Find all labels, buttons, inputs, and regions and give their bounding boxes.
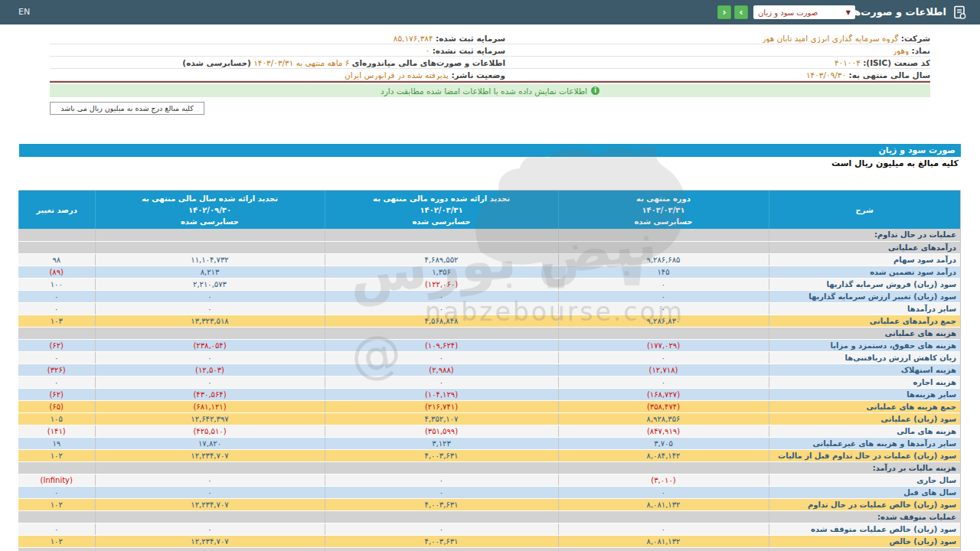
financial-report-icon (952, 5, 966, 19)
restated-year-cell (95, 547, 325, 551)
language-switch-link[interactable]: EN (18, 7, 30, 17)
field-value: ۶ ماهه منتهی به ۱۴۰۳/۰۳/۳۱ (253, 58, 349, 67)
current-period-cell: ۸,۹۲۸,۳۵۶ (558, 412, 769, 425)
table-row: درآمد سود سهام۹,۲۸۶,۶۸۵۴,۶۸۹,۵۵۲۱۱,۱۰۴,۷… (18, 253, 960, 266)
restated-year-cell (95, 461, 325, 474)
top-navbar: اطلاعات و صورت‌های مالی میاندوره‌ای ▼ صو… (0, 0, 980, 24)
table-row: هزینه اجاره۰۰۰۰ (18, 376, 960, 388)
restated-period-cell: ۳,۱۲۳ (325, 437, 558, 449)
table-row: سایر درآمدها۰۰۰۰ (18, 302, 960, 315)
next-statement-button[interactable]: › (734, 5, 748, 19)
row-label-cell: سود (زیان) فروش سرمایه گذاریها (769, 278, 960, 290)
table-row: هزینه های حقوق، دستمزد و مزایا(۱۷۷,۰۲۹)(… (18, 339, 960, 351)
table-row: سود (زیان) خالص عملیات در حال تداوم۸,۰۸۱… (18, 498, 960, 510)
table-row: سود (زیان) فروش سرمایه گذاریها۰(۱۲۲,۰۶۰)… (18, 278, 960, 290)
restated-year-cell (95, 327, 325, 339)
restated-period-cell (325, 510, 558, 523)
restated-year-cell: (۱۲,۵۰۳) (95, 364, 325, 376)
current-period-cell (558, 547, 769, 551)
current-period-cell (558, 510, 769, 523)
row-label-cell: هزینه مالیات بر درآمد: (769, 461, 960, 474)
row-label-cell: درآمد سود تضمین شده (769, 266, 960, 278)
restated-period-cell: ۰ (325, 290, 558, 302)
percent-change-cell: ۱۰۲ (18, 449, 95, 461)
current-period-cell: (۳۵۸,۴۷۴) (558, 400, 769, 412)
percent-change-cell: ۱۰۲ (18, 498, 95, 510)
table-header: شرح دوره منتهی به۱۴۰۳/۰۳/۳۱حسابرسی شده ت… (18, 191, 960, 229)
income-statement-table: شرح دوره منتهی به۱۴۰۳/۰۳/۳۱حسابرسی شده ت… (19, 190, 961, 551)
field-label: وضعیت ناشر: (451, 70, 505, 80)
restated-period-cell: ۰ (325, 302, 558, 315)
restated-period-cell: (۲,۹۸۸) (325, 364, 558, 376)
row-label-cell: سود (زیان) عملیاتی (769, 412, 960, 425)
company-field: سال مالی منتهی به: ۱۴۰۳/۰۹/۳۰ (505, 70, 930, 80)
row-label-cell: سود (زیان) خالص (769, 535, 960, 547)
percent-change-cell: ۱۰۰ (18, 278, 95, 290)
million-rial-note-box[interactable]: کلیه مبالغ درج شده به میلیون ریال می باش… (50, 102, 204, 115)
prev-statement-button[interactable]: ‹ (717, 5, 731, 19)
restated-year-cell (95, 229, 325, 241)
restated-year-cell: ۱۲,۲۳۴,۷۰۷ (95, 449, 325, 461)
current-period-cell: ۹,۲۸۶,۶۸۵ (558, 253, 769, 266)
section-row: درآمدهای عملیاتی (18, 241, 960, 253)
section-row: هزینه مالیات بر درآمد: (18, 461, 960, 474)
section-row: عملیات متوقف شده: (18, 510, 960, 523)
row-label-cell: هزینه های مالی (769, 425, 960, 437)
info-icon: i (591, 86, 599, 95)
current-period-cell (558, 461, 769, 474)
table-row: سایر درآمدها و هزینه های غیرعملیاتی۳,۷۰۵… (18, 437, 960, 449)
percent-change-cell: (۶۲) (18, 388, 95, 400)
row-label-cell: سایر درآمدها (769, 302, 960, 315)
field-value: ۴۰۱۰۰۴ (835, 58, 861, 67)
restated-period-cell: (۳۵۱,۵۹۹) (325, 425, 558, 437)
restated-year-cell (95, 510, 325, 523)
column-header-current-period: دوره منتهی به۱۴۰۳/۰۳/۳۱حسابرسی شده (558, 191, 769, 229)
unit-note: کلیه مبالغ به میلیون ریال است (831, 158, 959, 168)
field-label: شرکت: (901, 34, 930, 43)
percent-change-cell: (۶۵) (18, 400, 95, 412)
current-period-cell: (۱۲,۷۱۸) (558, 364, 769, 376)
restated-year-cell: ۰ (95, 351, 325, 364)
percent-change-cell: ۰ (18, 302, 95, 315)
capital-field: وضعیت ناشر: پذیرفته شده در فرابورس ایران (50, 70, 505, 80)
restated-period-cell: ۰ (325, 376, 558, 388)
restated-year-cell: (۶۸۱,۱۲۱) (95, 400, 325, 412)
restated-year-cell: ۰ (95, 376, 325, 388)
table-row: جمع هزینه های عملیاتی(۳۵۸,۴۷۴)(۲۱۶,۷۴۱)(… (18, 400, 960, 412)
current-period-cell: ۸,۰۸۱,۱۳۲ (558, 535, 769, 547)
row-label-cell: جمع درآمدهای عملیاتی (769, 315, 960, 327)
restated-year-cell: ۰ (95, 523, 325, 535)
restated-period-cell: ۴,۰۰۳,۶۳۱ (325, 498, 558, 510)
restated-year-cell: ۰ (95, 290, 325, 302)
table-row: جمع درآمدهای عملیاتی۹,۲۸۶,۸۳۰۴,۵۶۸,۸۴۸۱۳… (18, 315, 960, 327)
current-period-cell: ۰ (558, 486, 769, 498)
table-row: درآمد سود تضمین شده۱۴۵۱,۳۵۶۸,۲۱۳(۸۹) (18, 266, 960, 278)
restated-period-cell: (۲۱۶,۷۴۱) (325, 400, 558, 412)
alert-text: اطلاعات نمایش داده شده با اطلاعات امضا ش… (381, 86, 587, 96)
restated-period-cell (325, 461, 558, 474)
current-period-cell: (۳,۰۱۰) (558, 474, 769, 486)
column-header-restated-period: تجدید ارائه شده دوره مالی منتهی به۱۴۰۲/۰… (325, 191, 558, 229)
row-label-cell: هزینه اجاره (769, 376, 960, 388)
statement-type-select[interactable]: ▼ صورت سود و زیان (753, 5, 855, 19)
restated-year-cell: (۴۳۰,۵۶۴) (95, 388, 325, 400)
percent-change-cell: ۰ (18, 486, 95, 498)
restated-period-cell: ۰ (325, 474, 558, 486)
restated-year-cell: ۸,۲۱۳ (95, 266, 325, 278)
field-suffix: (حسابرسی شده) (182, 58, 250, 67)
section-row: هزینه های عملیاتی (18, 327, 960, 339)
column-header-restated-year: تجدید ارائه شده سال مالی منتهی به۱۴۰۲/۰۹… (95, 191, 325, 229)
percent-change-cell: ۹۸ (18, 253, 95, 266)
field-label: سرمایه ثبت شده: (436, 34, 505, 43)
restated-year-cell: ۲,۲۱۰,۵۷۳ (95, 278, 325, 290)
percent-change-cell: (Infinity) (18, 474, 95, 486)
restated-period-cell (325, 241, 558, 253)
current-period-cell (558, 327, 769, 339)
row-label-cell: سال های قبل (769, 486, 960, 498)
chevron-down-icon: ▼ (846, 9, 851, 16)
percent-change-cell (18, 461, 95, 474)
current-period-cell: ۸,۰۸۱,۱۳۲ (558, 498, 769, 510)
row-label-cell: درآمدهای عملیاتی (769, 241, 960, 253)
current-period-cell: ۹,۲۸۶,۸۳۰ (558, 315, 769, 327)
restated-period-cell: ۰ (325, 486, 558, 498)
